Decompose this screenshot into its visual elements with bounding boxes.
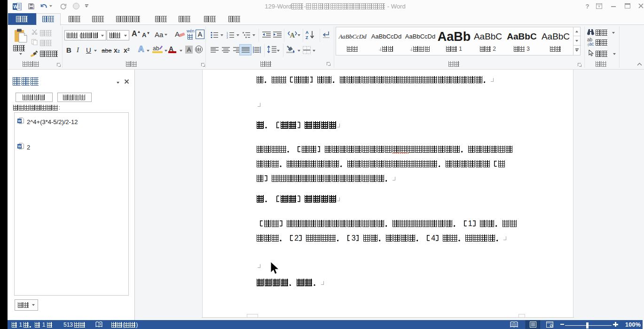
svg-text:W: W [18, 119, 22, 123]
svg-text:W: W [18, 144, 22, 149]
